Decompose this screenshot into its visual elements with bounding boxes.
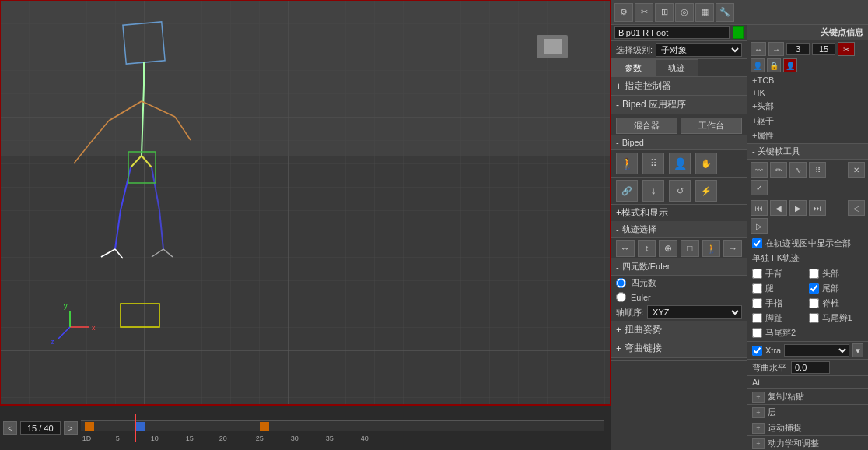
scroll-left-button[interactable]: < (3, 421, 17, 435)
keytool-icon-r2[interactable]: ▷ (751, 218, 768, 234)
keytool-icon-curve[interactable]: ∿ (789, 162, 807, 178)
twist-header[interactable]: + 扭曲姿势 (611, 321, 747, 339)
keyinfo-icon-person[interactable]: 👤 (751, 58, 765, 72)
biped-icon-b[interactable]: ⤵ (642, 180, 664, 202)
bend-level-label: 弯曲水平 (752, 362, 786, 374)
biped-icon-d[interactable]: ⚡ (695, 180, 717, 202)
scroll-right-button[interactable]: > (64, 421, 78, 435)
single-fk-row: 单独 FK轨迹 (747, 251, 868, 265)
keytool-icon-end[interactable]: ⏭ (809, 200, 826, 216)
biped-app-header[interactable]: - Biped 应用程序 (611, 96, 747, 114)
keytool-icon-next[interactable]: ▶ (789, 200, 807, 216)
euler-radio[interactable] (616, 292, 626, 302)
keyinfo-icon-scissors[interactable]: ✂ (838, 42, 855, 56)
ponytail1-checkbox[interactable] (809, 313, 819, 323)
motion-capture-expand[interactable]: + (752, 423, 765, 434)
finger-checkbox[interactable] (752, 298, 762, 308)
keyframe-blue[interactable] (135, 422, 145, 431)
keytool-icon-dots[interactable]: ⠿ (809, 162, 826, 178)
keyinfo-icon-lock[interactable]: 🔒 (767, 58, 781, 72)
quaternion-radio[interactable] (616, 278, 626, 288)
head2-checkbox-row: 头部 (809, 267, 864, 280)
toolbar-icon-grid[interactable]: ⊞ (655, 3, 674, 22)
toolbar-icon-box[interactable]: ▦ (695, 3, 714, 22)
keytool-icon-x[interactable]: ✕ (848, 162, 865, 178)
biped-icon-a[interactable]: 🔗 (616, 180, 638, 202)
bend-level-input[interactable] (791, 361, 830, 374)
biped-app-minus: - (616, 100, 619, 111)
xtra-dropdown[interactable]: ▼ (852, 343, 863, 357)
traj-icon-circle[interactable]: ⊕ (659, 240, 677, 257)
bend-label: 弯曲链接 (625, 342, 662, 355)
xtra-checkbox[interactable] (752, 346, 762, 356)
viewport-area: x y z < 15 / 40 > (0, 0, 611, 450)
keytool-minus: - (752, 146, 755, 156)
keytool-icon-check[interactable]: ✓ (751, 180, 768, 195)
keyframe-orange[interactable] (85, 422, 94, 431)
traj-icon-arrow-ud[interactable]: ↕ (638, 240, 656, 257)
traj-icon-arrow2[interactable]: → (723, 240, 742, 257)
svg-rect-3 (0, 156, 611, 405)
toolbar-icon-gear[interactable]: ⚙ (614, 3, 633, 22)
biped-icon-c[interactable]: ↺ (669, 180, 691, 202)
viewport-grid: x y z (0, 0, 611, 405)
keyinfo-arrow-left[interactable]: ↔ (751, 42, 766, 56)
timeline-track[interactable]: 1D 5 10 15 20 25 30 35 40 (81, 414, 604, 442)
tab-params[interactable]: 参数 (611, 59, 655, 76)
show-all-checkbox[interactable] (752, 238, 762, 248)
keyinfo-num1[interactable] (786, 43, 810, 55)
biped-figure-icon[interactable]: 👤 (669, 153, 691, 174)
toolbar-icon-cut[interactable]: ✂ (635, 3, 653, 22)
keyinfo-icon-person2[interactable]: 👤 (783, 58, 797, 72)
xtra-select[interactable] (784, 344, 849, 357)
ponytail2-checkbox[interactable] (752, 328, 762, 338)
euler-option-label: Euler (631, 293, 651, 302)
traj-icon-box2[interactable]: □ (681, 240, 699, 257)
axis-order-label: 轴顺序: (616, 307, 644, 318)
hand-checkbox[interactable] (752, 269, 762, 279)
tail-checkbox-row: 尾部 (809, 282, 864, 295)
keytool-icon-skip[interactable]: ⏮ (751, 200, 768, 216)
keytool-icon-r1[interactable]: ◁ (848, 200, 865, 216)
biped-hand-icon[interactable]: ✋ (695, 153, 717, 174)
dynamics-expand[interactable]: + (752, 438, 765, 449)
head2-checkbox[interactable] (809, 269, 819, 279)
toolbar-icon-circle[interactable]: ◎ (675, 3, 694, 22)
viewport-canvas[interactable]: x y z (0, 0, 611, 405)
assign-controller-header[interactable]: + 指定控制器 (611, 77, 747, 95)
leg-checkbox[interactable] (752, 283, 762, 294)
right-main: 选择级别: 子对象 参数 轨迹 + 指定控制器 - (611, 25, 868, 450)
biped-walk-icon[interactable]: 🚶 (616, 153, 638, 174)
frame-counter: 15 / 40 (20, 421, 61, 435)
show-all-label: 在轨迹视图中显示全部 (765, 237, 851, 249)
traj-icon-figure2[interactable]: 🚶 (702, 240, 721, 257)
bend-section: + 弯曲链接 (611, 339, 747, 358)
layers-expand[interactable]: + (752, 407, 765, 418)
spine-checkbox[interactable] (809, 298, 819, 308)
copy-paste-expand[interactable]: + (752, 392, 765, 403)
traj-icon-arrow-lr[interactable]: ↔ (616, 240, 635, 257)
keyinfo-arrow-right[interactable]: → (768, 42, 784, 56)
tail-checkbox[interactable] (809, 283, 819, 294)
tab-trajectory[interactable]: 轨迹 (655, 59, 698, 76)
object-name-input[interactable] (614, 26, 730, 39)
mixer-button[interactable]: 混合器 (616, 118, 677, 134)
workbench-button[interactable]: 工作台 (681, 118, 742, 134)
bottom-bar: < 15 / 40 > 1D (0, 405, 611, 450)
biped-grid-icon[interactable]: ⠿ (642, 153, 664, 174)
keytool-icon-edit[interactable]: ✏ (770, 162, 787, 178)
mode-display-label: +模式和显示 (616, 206, 668, 220)
keyinfo-num2[interactable] (812, 43, 835, 55)
keytool-icons-row1: 〰 ✏ ∿ ⠿ ✕ ✓ (747, 160, 868, 198)
keytool-icon-prev[interactable]: ◀ (770, 200, 787, 216)
toe-checkbox[interactable] (752, 313, 762, 323)
keytool-icon-wave[interactable]: 〰 (751, 162, 768, 178)
axis-order-select[interactable]: XYZ (647, 305, 742, 319)
sel-level-select[interactable]: 子对象 (656, 43, 742, 57)
keytool-panel: - 关键帧工具 〰 ✏ ∿ ⠿ ✕ ✓ ⏮ ◀ ▶ (747, 143, 868, 388)
biped-app-label: Biped 应用程序 (622, 98, 686, 111)
keyframe-orange2[interactable] (260, 422, 269, 431)
quaternion-radio-row: 四元数 (611, 276, 747, 290)
bend-header[interactable]: + 弯曲链接 (611, 339, 747, 357)
toolbar-icon-hammer[interactable]: 🔧 (716, 3, 734, 22)
